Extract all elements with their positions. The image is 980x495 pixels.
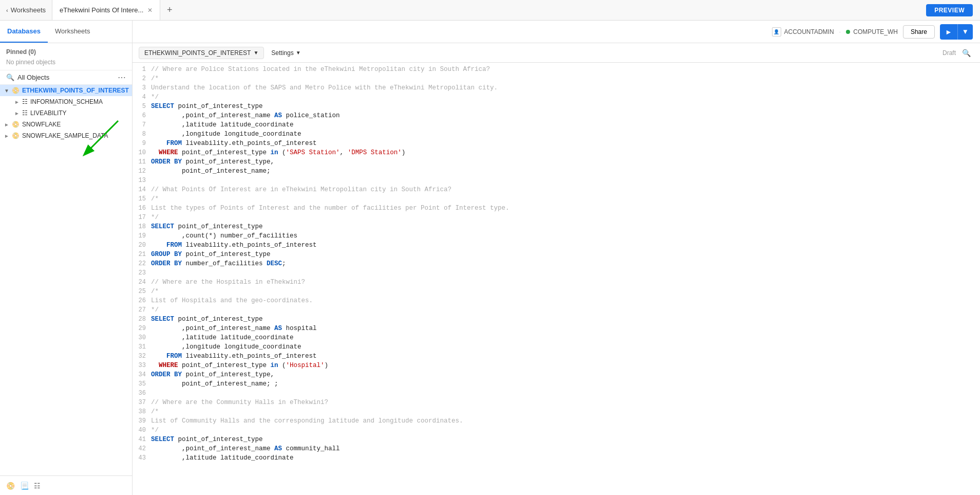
run-dropdown-button[interactable]: ▼ — [957, 24, 973, 40]
code-line: 25/* — [133, 288, 980, 297]
db-snowflake-sample-icon: 📀 — [12, 132, 20, 139]
draft-label: Draft — [943, 49, 956, 57]
code-line: 17*/ — [133, 214, 980, 223]
code-line: 11ORDER BY point_of_interest_type, — [133, 158, 980, 168]
code-editor[interactable]: 1// Where are Police Stations located in… — [133, 63, 980, 495]
schema-liveability-icon: ☷ — [22, 109, 28, 117]
settings-label: Settings — [271, 49, 293, 57]
code-line: 24// Where are the Hospitals in eThekwin… — [133, 279, 980, 288]
expand-icon2: ► — [14, 111, 20, 116]
schema-liveability-label: LIVEABILITY — [30, 109, 67, 117]
code-line: 31 ,longitude longitude_coordinate — [133, 343, 980, 353]
code-line: 32 FROM liveability.eth_points_of_intere… — [133, 353, 980, 362]
database-icon: 📀 — [12, 87, 20, 94]
code-line: 19 ,count(*) number_of_facilities — [133, 232, 980, 242]
db-bottom-icon[interactable]: 📀 — [6, 482, 15, 490]
db-selector-chevron: ▼ — [253, 50, 258, 56]
db-ethekwini[interactable]: ▼ 📀 ETHEKWINI_POINTS_OF_INTEREST — [0, 85, 132, 96]
code-line: 29 ,point_of_interest_name AS hospital — [133, 325, 980, 334]
db-snowflake-icon: 📀 — [12, 121, 20, 128]
code-line: 23 — [133, 269, 980, 279]
account-label: ACCOUNTADMIN — [784, 28, 834, 35]
code-line: 10 WHERE point_of_interest_type in ('SAP… — [133, 149, 980, 158]
db-snowflake-sample[interactable]: ► 📀 SNOWFLAKE_SAMPLE_DATA — [0, 130, 132, 141]
code-line: 12 point_of_interest_name; — [133, 168, 980, 177]
code-line: 8 ,longitude longitude_coordinate — [133, 131, 980, 140]
preview-button[interactable]: PREVIEW — [926, 4, 973, 16]
code-line: 34ORDER BY point_of_interest_type, — [133, 371, 980, 380]
code-line: 41SELECT point_of_interest_type — [133, 436, 980, 445]
code-line: 16List the types of Points of Interest a… — [133, 205, 980, 214]
code-line: 6 ,point_of_interest_name AS police_stat… — [133, 112, 980, 121]
compute-label: COMPUTE_WH — [853, 28, 898, 35]
more-options-icon[interactable]: ⋯ — [118, 72, 126, 82]
code-line: 35 point_of_interest_name; ; — [133, 380, 980, 390]
sidebar-bottom-bar: 📀 📃 ☷ — [0, 475, 132, 495]
schema-liveability[interactable]: ► ☷ LIVEABILITY — [0, 107, 132, 119]
code-line: 28SELECT point_of_interest_type — [133, 316, 980, 325]
collapse-icon: ▼ — [4, 88, 9, 94]
run-button-group: ► ▼ — [940, 24, 973, 40]
run-button[interactable]: ► — [940, 24, 957, 40]
code-line: 13 — [133, 177, 980, 186]
code-line: 36 — [133, 390, 980, 399]
code-line: 21GROUP BY point_of_interest_type — [133, 251, 980, 260]
db-selector[interactable]: ETHEKWINI_POINTS_OF_INTEREST ▼ — [139, 47, 264, 59]
code-line: 33 WHERE point_of_interest_type in ('Hos… — [133, 362, 980, 371]
schema-icon: ☷ — [22, 98, 28, 105]
code-line: 2/* — [133, 75, 980, 84]
code-line: 9 FROM liveability.eth_points_of_interes… — [133, 140, 980, 149]
table-bottom-icon[interactable]: 📃 — [20, 482, 29, 490]
editor-area: 👤 ACCOUNTADMIN · COMPUTE_WH Share ► ▼ ET… — [133, 21, 980, 495]
code-line: 26List of Hospitals and the geo-coordina… — [133, 297, 980, 306]
tab-worksheets[interactable]: Worksheets — [48, 21, 97, 43]
code-line: 40*/ — [133, 427, 980, 436]
db-snowflake[interactable]: ► 📀 SNOWFLAKE — [0, 119, 132, 130]
code-line: 18SELECT point_of_interest_type — [133, 223, 980, 232]
tab-databases[interactable]: Databases — [0, 21, 48, 43]
schema-information[interactable]: ► ☷ INFORMATION_SCHEMA — [0, 96, 132, 107]
code-line: 43 ,latitude latitude_coordinate — [133, 454, 980, 464]
code-line: 5SELECT point_of_interest_type — [133, 103, 980, 112]
db-ethekwini-label: ETHEKWINI_POINTS_OF_INTEREST — [22, 87, 129, 94]
worksheets-nav-button[interactable]: ‹ Worksheets — [0, 0, 52, 20]
db-snowflake-label: SNOWFLAKE — [22, 121, 61, 128]
code-line: 4*/ — [133, 94, 980, 103]
chevron-left-icon: ‹ — [6, 7, 8, 13]
active-tab[interactable]: eThekwini Points Of Intere... ✕ — [52, 0, 160, 20]
tab-label: eThekwini Points Of Intere... — [60, 6, 143, 14]
add-tab-button[interactable]: + — [160, 0, 179, 20]
expand-icon3: ► — [4, 122, 9, 127]
expand-icon: ► — [14, 99, 20, 105]
no-pinned-label: No pinned objects — [0, 58, 132, 70]
code-line: 27*/ — [133, 306, 980, 316]
close-tab-icon[interactable]: ✕ — [147, 7, 153, 14]
db-selector-label: ETHEKWINI_POINTS_OF_INTEREST — [144, 49, 251, 57]
code-line: 14// What Points Of Interest are in eThe… — [133, 186, 980, 195]
all-objects-label[interactable]: 🔍 All Objects — [6, 74, 49, 81]
account-icon: 👤 — [772, 27, 781, 36]
account-info: 👤 ACCOUNTADMIN — [772, 27, 834, 36]
db-snowflake-sample-label: SNOWFLAKE_SAMPLE_DATA — [22, 132, 108, 139]
schema-information-label: INFORMATION_SCHEMA — [30, 98, 103, 105]
code-line: 7 ,latitude latitude_coordinate — [133, 121, 980, 131]
code-line: 39List of Community Halls and the corres… — [133, 417, 980, 427]
sidebar: Databases Worksheets Pinned (0) No pinne… — [0, 21, 133, 495]
pinned-header: Pinned (0) — [0, 46, 132, 58]
code-line: 37// Where are the Community Halls in eT… — [133, 399, 980, 408]
editor-search-button[interactable]: 🔍 — [959, 48, 974, 58]
settings-chevron: ▼ — [296, 50, 301, 56]
code-line: 3Understand the location of the SAPS and… — [133, 84, 980, 94]
code-line: 30 ,latitude latitude_coordinate — [133, 334, 980, 343]
compute-info: COMPUTE_WH — [846, 28, 898, 35]
expand-icon4: ► — [4, 133, 9, 139]
settings-button[interactable]: Settings ▼ — [267, 47, 305, 59]
code-line: 1// Where are Police Stations located in… — [133, 66, 980, 75]
compute-dot — [846, 30, 850, 34]
view-bottom-icon[interactable]: ☷ — [34, 482, 41, 490]
code-line: 38/* — [133, 408, 980, 417]
code-line: 22ORDER BY number_of_facilities DESC; — [133, 260, 980, 269]
code-line: 15/* — [133, 195, 980, 205]
share-button[interactable]: Share — [903, 25, 935, 39]
code-line: 42 ,point_of_interest_name AS community_… — [133, 445, 980, 454]
